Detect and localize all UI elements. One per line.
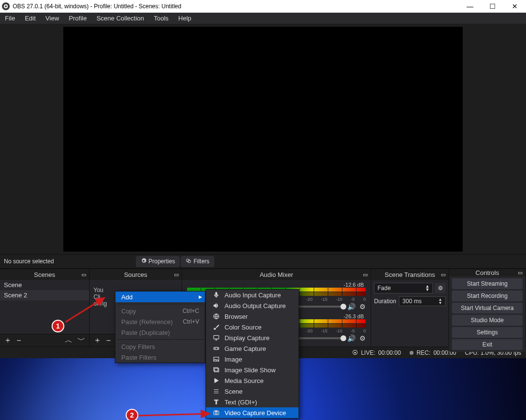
add-submenu-item[interactable]: Media Source xyxy=(206,375,299,386)
filters-button[interactable]: Filters xyxy=(181,256,214,267)
scene-item[interactable]: Scene xyxy=(0,280,89,290)
add-submenu-item[interactable]: Browser xyxy=(206,311,299,322)
submenu-label: Audio Output Capture xyxy=(225,302,286,310)
db-value: -26.3 dB xyxy=(343,313,364,319)
menu-help[interactable]: Help xyxy=(173,13,196,24)
properties-label: Properties xyxy=(149,258,175,265)
transition-select[interactable]: Fade ▲▼ xyxy=(374,283,433,293)
properties-button[interactable]: Properties xyxy=(136,256,180,267)
globe-icon xyxy=(212,313,221,320)
remove-source-button[interactable]: − xyxy=(106,336,111,345)
add-submenu-item[interactable]: Color Source xyxy=(206,322,299,332)
menu-edit[interactable]: Edit xyxy=(20,13,40,24)
brush-icon xyxy=(212,324,221,330)
submenu-label: Media Source xyxy=(225,377,263,384)
submenu-label: Game Capture xyxy=(225,345,266,352)
popout-icon[interactable]: ▭ xyxy=(174,272,179,278)
source-toolbar: No source selected Properties Filters xyxy=(0,254,526,269)
ctx-item: Paste (Reference)Ctrl+V xyxy=(115,316,205,327)
add-submenu-item[interactable]: Text (GDI+) xyxy=(206,397,299,407)
mic-icon xyxy=(212,292,221,298)
annotation-marker-2: 2 xyxy=(126,409,138,420)
start-virtual-camera-button[interactable]: Start Virtual Camera xyxy=(452,303,523,313)
menu-tools[interactable]: Tools xyxy=(149,13,173,24)
popout-icon[interactable]: ▭ xyxy=(518,270,523,276)
submenu-label: Image Slide Show xyxy=(225,366,276,374)
live-status: ⦿ LIVE: 00:00:00 xyxy=(352,349,401,356)
move-scene-down[interactable]: ﹀ xyxy=(77,335,85,346)
popout-icon[interactable]: ▭ xyxy=(441,272,446,278)
menu-scene-collection[interactable]: Scene Collection xyxy=(92,13,149,24)
start-recording-button[interactable]: Start Recording xyxy=(452,291,523,301)
popout-icon[interactable]: ▭ xyxy=(363,272,368,278)
submenu-label: Color Source xyxy=(225,324,262,331)
transition-value: Fade xyxy=(377,285,391,292)
scenes-title: Scenes xyxy=(34,271,55,278)
controls-title: Controls xyxy=(475,269,499,276)
spin-arrows[interactable]: ▲▼ xyxy=(438,298,442,305)
controls-dock: Controls ▭ Start Streaming Start Recordi… xyxy=(449,269,526,347)
ctx-item: Paste (Duplicate) xyxy=(115,327,205,338)
annotation-marker-1: 1 xyxy=(52,320,64,332)
record-dot-icon xyxy=(410,351,413,355)
exit-button[interactable]: Exit xyxy=(452,339,523,350)
add-submenu-item[interactable]: Display Capture xyxy=(206,332,299,343)
submenu-label: Display Capture xyxy=(225,334,270,342)
add-scene-button[interactable]: ＋ xyxy=(4,335,12,346)
duration-value: 300 ms xyxy=(402,298,421,305)
start-streaming-button[interactable]: Start Streaming xyxy=(452,278,523,289)
ctx-item: Paste Filters xyxy=(115,352,205,363)
controls-body: Start Streaming Start Recording Start Vi… xyxy=(449,276,526,352)
list-icon xyxy=(212,388,221,395)
ctx-item: CopyCtrl+C xyxy=(115,306,205,316)
add-submenu-item[interactable]: Scene xyxy=(206,386,299,397)
close-button[interactable]: ✕ xyxy=(504,0,526,13)
app-icon xyxy=(2,2,10,10)
speaker-icon[interactable]: 🔊 xyxy=(347,303,356,310)
mixer-header: Audio Mixer ▭ xyxy=(182,269,371,280)
gear-icon[interactable]: ⚙ xyxy=(359,303,366,310)
submenu-label: Text (GDI+) xyxy=(225,399,257,406)
controls-header: Controls ▭ xyxy=(449,269,526,276)
studio-mode-button[interactable]: Studio Mode xyxy=(452,315,523,326)
image-icon xyxy=(212,356,221,363)
menu-file[interactable]: File xyxy=(0,13,20,24)
svg-line-14 xyxy=(138,414,209,416)
menubar: File Edit View Profile Scene Collection … xyxy=(0,13,526,24)
svg-rect-3 xyxy=(214,335,219,339)
scenes-header: Scenes ▭ xyxy=(0,269,89,280)
transition-settings-button[interactable]: ⚙ xyxy=(435,283,446,293)
broadcast-icon: ⦿ xyxy=(352,349,358,356)
preview-canvas[interactable] xyxy=(63,27,463,252)
speaker-icon[interactable]: 🔊 xyxy=(347,334,356,342)
add-submenu-item[interactable]: Image xyxy=(206,354,299,365)
duration-label: Duration xyxy=(374,298,396,305)
gear-icon[interactable]: ⚙ xyxy=(359,334,366,342)
filters-label: Filters xyxy=(193,258,209,265)
remove-scene-button[interactable]: − xyxy=(17,336,21,345)
maximize-button[interactable]: ☐ xyxy=(481,0,504,13)
settings-button[interactable]: Settings xyxy=(452,327,523,338)
menu-profile[interactable]: Profile xyxy=(64,13,92,24)
minimize-button[interactable]: — xyxy=(459,0,481,13)
no-source-label: No source selected xyxy=(0,258,58,265)
duration-input[interactable]: 300 ms ▲▼ xyxy=(399,296,446,306)
ctx-item[interactable]: Add▶ xyxy=(115,292,205,302)
submenu-label: Scene xyxy=(225,388,243,395)
add-source-button[interactable]: ＋ xyxy=(94,335,101,346)
add-submenu-item[interactable]: Audio Output Capture xyxy=(206,300,299,311)
sources-context-menu[interactable]: Add▶CopyCtrl+CPaste (Reference)Ctrl+VPas… xyxy=(115,291,206,363)
menu-view[interactable]: View xyxy=(40,13,64,24)
add-source-submenu[interactable]: Audio Input CaptureAudio Output CaptureB… xyxy=(206,289,299,419)
add-submenu-item[interactable]: Video Capture Device xyxy=(206,407,299,418)
annotation-arrow-1 xyxy=(62,296,111,325)
popout-icon[interactable]: ▭ xyxy=(81,272,86,278)
sources-hint-line1: You xyxy=(94,287,103,293)
add-submenu-item[interactable]: Image Slide Show xyxy=(206,365,299,375)
sources-header: Sources ▭ xyxy=(90,269,182,280)
text-icon xyxy=(212,399,221,405)
add-submenu-item[interactable]: Game Capture xyxy=(206,343,299,354)
add-submenu-item[interactable]: Audio Input Capture xyxy=(206,290,299,300)
move-scene-up[interactable]: ︿ xyxy=(65,335,73,346)
titlebar: OBS 27.0.1 (64-bit, windows) - Profile: … xyxy=(0,0,526,13)
